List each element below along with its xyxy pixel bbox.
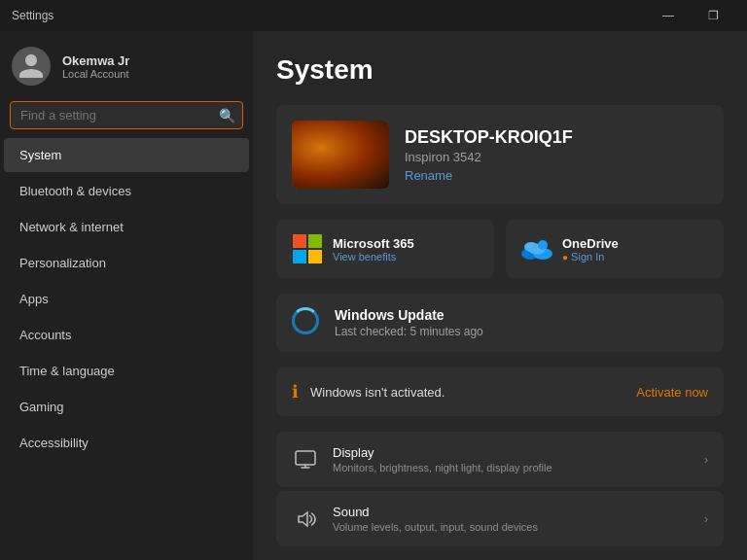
app-title: Settings bbox=[12, 9, 646, 22]
sound-chevron-icon: › bbox=[704, 512, 708, 526]
nav-network[interactable]: Network & internet bbox=[4, 210, 249, 244]
svg-marker-6 bbox=[299, 512, 307, 526]
nav-personalization[interactable]: Personalization bbox=[4, 246, 249, 280]
services-row: Microsoft 365 View benefits OneDrive bbox=[276, 220, 724, 278]
nav-time[interactable]: Time & language bbox=[4, 354, 249, 388]
profile-name: Okemwa Jr bbox=[62, 53, 129, 68]
display-setting[interactable]: Display Monitors, brightness, night ligh… bbox=[276, 432, 724, 487]
activate-now-link[interactable]: Activate now bbox=[636, 385, 708, 400]
activation-banner: ℹ Windows isn't activated. Activate now bbox=[276, 368, 724, 416]
search-input[interactable] bbox=[10, 101, 243, 129]
device-card: DESKTOP-KROIQ1F Inspiron 3542 Rename bbox=[276, 105, 724, 204]
sound-setting[interactable]: Sound Volume levels, output, input, soun… bbox=[276, 491, 724, 546]
microsoft365-icon bbox=[292, 233, 323, 264]
sound-sub: Volume levels, output, input, sound devi… bbox=[333, 521, 691, 533]
microsoft365-sub: View benefits bbox=[333, 251, 414, 262]
update-title: Windows Update bbox=[335, 307, 708, 323]
search-icon: 🔍 bbox=[219, 108, 235, 123]
onedrive-icon bbox=[521, 233, 552, 264]
device-model: Inspiron 3542 bbox=[405, 150, 708, 164]
sound-icon bbox=[292, 506, 319, 533]
main-content: System DESKTOP-KROIQ1F Inspiron 3542 Ren… bbox=[253, 31, 747, 560]
onedrive-info: OneDrive ● Sign In bbox=[562, 236, 619, 262]
activation-text: Windows isn't activated. bbox=[310, 385, 624, 400]
profile-section[interactable]: Okemwa Jr Local Account bbox=[0, 31, 253, 101]
maximize-button[interactable]: ❐ bbox=[691, 0, 735, 31]
svg-rect-5 bbox=[296, 451, 315, 465]
microsoft365-card[interactable]: Microsoft 365 View benefits bbox=[276, 220, 494, 278]
microsoft365-info: Microsoft 365 View benefits bbox=[333, 236, 414, 262]
onedrive-name: OneDrive bbox=[562, 236, 619, 251]
sidebar: Okemwa Jr Local Account 🔍 System Bluetoo… bbox=[0, 31, 253, 560]
nav-gaming[interactable]: Gaming bbox=[4, 390, 249, 424]
device-rename-link[interactable]: Rename bbox=[405, 168, 708, 183]
activation-info-icon: ℹ bbox=[292, 381, 299, 402]
sound-info: Sound Volume levels, output, input, soun… bbox=[333, 505, 691, 533]
device-info: DESKTOP-KROIQ1F Inspiron 3542 Rename bbox=[405, 127, 708, 183]
onedrive-card[interactable]: OneDrive ● Sign In bbox=[506, 220, 724, 278]
display-chevron-icon: › bbox=[704, 453, 708, 467]
microsoft365-name: Microsoft 365 bbox=[333, 236, 414, 251]
search-box[interactable]: 🔍 bbox=[10, 101, 243, 129]
window-controls: — ❐ bbox=[646, 0, 735, 31]
page-title: System bbox=[276, 54, 724, 86]
profile-sub: Local Account bbox=[62, 68, 129, 80]
nav-system[interactable]: System bbox=[4, 138, 249, 172]
nav-bluetooth[interactable]: Bluetooth & devices bbox=[4, 174, 249, 208]
titlebar: Settings — ❐ bbox=[0, 0, 747, 31]
app-body: Okemwa Jr Local Account 🔍 System Bluetoo… bbox=[0, 31, 747, 560]
svg-point-4 bbox=[524, 242, 538, 252]
display-sub: Monitors, brightness, night light, displ… bbox=[333, 462, 691, 473]
display-icon bbox=[292, 446, 319, 473]
onedrive-sub: ● Sign In bbox=[562, 251, 619, 262]
windows-update-icon bbox=[292, 307, 323, 338]
avatar bbox=[12, 47, 51, 86]
display-info: Display Monitors, brightness, night ligh… bbox=[333, 445, 691, 473]
nav-accessibility[interactable]: Accessibility bbox=[4, 426, 249, 460]
display-title: Display bbox=[333, 445, 691, 460]
nav-accounts[interactable]: Accounts bbox=[4, 318, 249, 352]
device-name: DESKTOP-KROIQ1F bbox=[405, 127, 708, 148]
windows-update-card[interactable]: Windows Update Last checked: 5 minutes a… bbox=[276, 294, 724, 352]
profile-info: Okemwa Jr Local Account bbox=[62, 53, 129, 80]
nav-apps[interactable]: Apps bbox=[4, 282, 249, 316]
sound-title: Sound bbox=[333, 505, 691, 519]
svg-point-3 bbox=[538, 240, 548, 250]
update-sub: Last checked: 5 minutes ago bbox=[335, 325, 708, 338]
minimize-button[interactable]: — bbox=[646, 0, 691, 31]
device-thumbnail bbox=[292, 121, 389, 189]
update-info: Windows Update Last checked: 5 minutes a… bbox=[335, 307, 708, 338]
